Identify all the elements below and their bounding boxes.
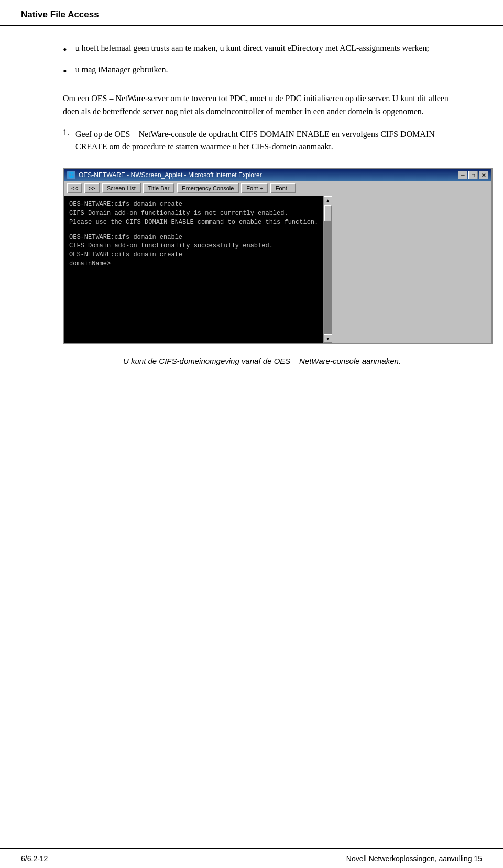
browser-icon: 🌐 — [67, 171, 75, 179]
minimize-button[interactable]: ─ — [458, 171, 467, 179]
terminal-line: Please use the CIFS DOMAIN ENABLE comman… — [69, 218, 318, 227]
bullet-list: • u hoeft helemaal geen trusts aan te ma… — [63, 42, 461, 80]
main-content: • u hoeft helemaal geen trusts aan te ma… — [0, 26, 503, 388]
step-number: 1. — [63, 128, 69, 137]
screen-list-button[interactable]: Screen List — [102, 183, 141, 193]
title-bar-button[interactable]: Title Bar — [143, 183, 175, 193]
emergency-console-button[interactable]: Emergency Console — [177, 183, 239, 193]
page-footer: 6/6.2-12 Novell Netwerkoplossingen, aanv… — [0, 848, 503, 868]
browser-window: 🌐 OES-NETWARE - NWScreen_Applet - Micros… — [63, 168, 493, 344]
footer-publisher: Novell Netwerkoplossingen, aanvulling 15 — [346, 854, 482, 863]
bullet-icon: • — [63, 62, 67, 80]
list-item: • u hoeft helemaal geen trusts aan te ma… — [63, 42, 461, 58]
scrollbar[interactable]: ▲ ▼ — [323, 196, 332, 343]
browser-toolbar: << >> Screen List Title Bar Emergency Co… — [64, 181, 491, 196]
page-title: Native File Access — [21, 9, 99, 19]
step-text: Geef op de OES – NetWare-console de opdr… — [75, 128, 461, 154]
titlebar-buttons[interactable]: ─ □ ✕ — [458, 171, 488, 179]
scroll-up-arrow[interactable]: ▲ — [324, 196, 332, 204]
titlebar-left: 🌐 OES-NETWARE - NWScreen_Applet - Micros… — [67, 171, 262, 179]
maximize-button[interactable]: □ — [468, 171, 478, 179]
terminal-line: domainName> _ — [69, 259, 318, 268]
list-item: • u mag iManager gebruiken. — [63, 63, 461, 80]
terminal-line: OES-NETWARE:cifs domain create — [69, 251, 318, 259]
bullet-text-1: u hoeft helemaal geen trusts aan te make… — [75, 42, 429, 55]
terminal-line: OES-NETWARE:cifs domain create — [69, 200, 318, 209]
browser-body: OES-NETWARE:cifs domain createCIFS Domai… — [64, 196, 491, 343]
scroll-track — [324, 221, 332, 334]
forward-button[interactable]: >> — [84, 183, 100, 193]
caption: U kunt de CIFS-domeinomgeving vanaf de O… — [63, 356, 461, 365]
terminal-line: CIFS Domain add-on functionality success… — [69, 242, 318, 251]
browser-title: OES-NETWARE - NWScreen_Applet - Microsof… — [79, 171, 262, 179]
browser-titlebar: 🌐 OES-NETWARE - NWScreen_Applet - Micros… — [64, 169, 491, 181]
paragraph-1: Om een OES – NetWare-server om te tovere… — [63, 92, 461, 118]
back-button[interactable]: << — [67, 183, 82, 193]
scroll-down-arrow[interactable]: ▼ — [324, 334, 332, 343]
terminal-line — [69, 227, 318, 233]
close-button[interactable]: ✕ — [479, 171, 488, 179]
font-minus-button[interactable]: Font - — [270, 183, 296, 193]
terminal-area: OES-NETWARE:cifs domain createCIFS Domai… — [64, 196, 323, 343]
scroll-thumb[interactable] — [324, 205, 332, 221]
bullet-text-2: u mag iManager gebruiken. — [75, 63, 168, 76]
terminal-line: CIFS Domain add-on functionality is not … — [69, 209, 318, 218]
bullet-icon: • — [63, 41, 67, 58]
page-header: Native File Access — [0, 0, 503, 26]
terminal-line: OES-NETWARE:cifs domain enable — [69, 233, 318, 242]
font-plus-button[interactable]: Font + — [241, 183, 268, 193]
footer-page-number: 6/6.2-12 — [21, 854, 48, 863]
step-1-container: 1. Geef op de OES – NetWare-console de o… — [63, 128, 461, 154]
